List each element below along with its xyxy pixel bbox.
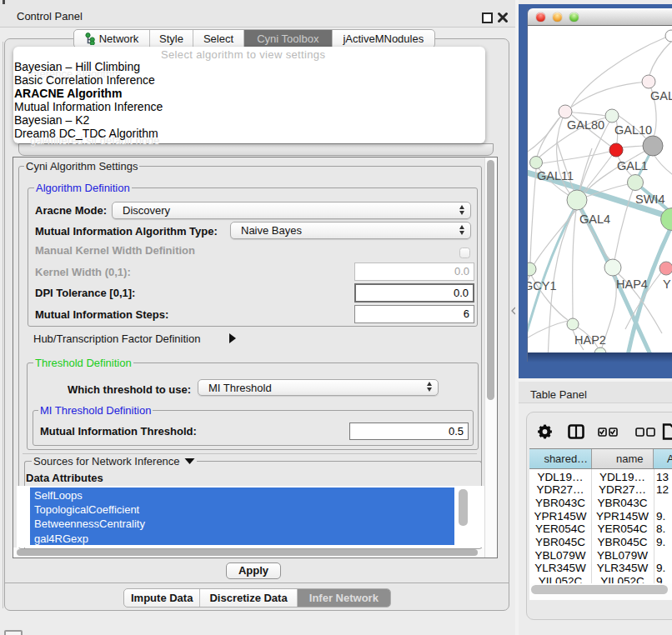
svg-text:GAL80: GAL80 — [567, 118, 604, 132]
svg-text:Y: Y — [663, 278, 671, 291]
svg-text:GAL4: GAL4 — [579, 212, 610, 226]
svg-text:SWI4: SWI4 — [635, 192, 664, 206]
svg-text:GAL10: GAL10 — [614, 123, 652, 137]
svg-text:GAL2: GAL2 — [650, 89, 672, 102]
svg-text:GAL11: GAL11 — [537, 169, 574, 182]
svg-text:GCY1: GCY1 — [528, 279, 557, 292]
svg-text:HAP4: HAP4 — [616, 278, 648, 291]
svg-text:HAP2: HAP2 — [574, 333, 606, 347]
svg-text:GAL1: GAL1 — [617, 159, 648, 172]
